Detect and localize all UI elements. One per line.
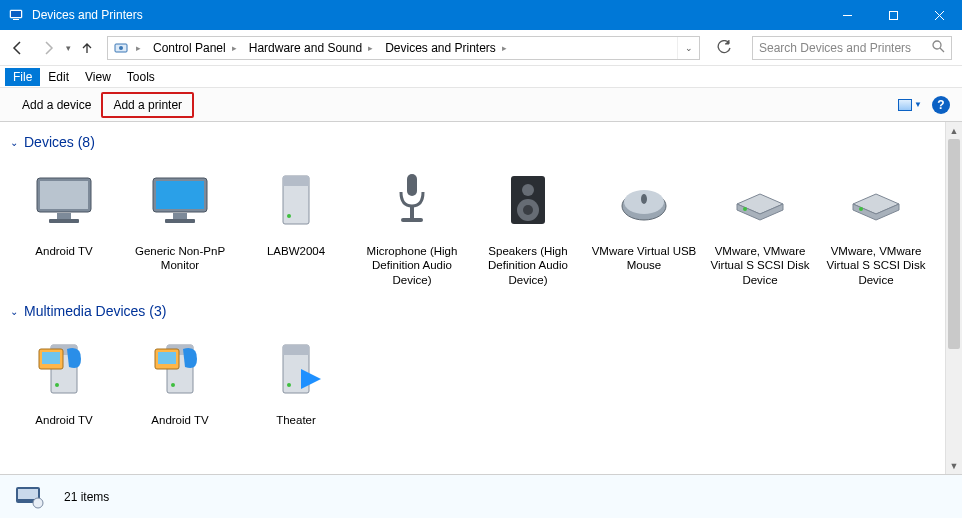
svg-point-32: [743, 207, 747, 211]
svg-rect-48: [18, 489, 38, 499]
svg-rect-12: [40, 181, 88, 209]
address-bar-icon: [112, 40, 130, 56]
minimize-button[interactable]: [824, 0, 870, 30]
svg-rect-24: [401, 218, 423, 222]
device-label: Android TV: [151, 413, 208, 427]
svg-point-49: [33, 498, 43, 508]
device-label: Microphone (High Definition Audio Device…: [356, 244, 468, 287]
window-title: Devices and Printers: [32, 8, 824, 22]
breadcrumb-sep-dropdown[interactable]: ▸: [130, 43, 147, 53]
svg-point-46: [287, 383, 291, 387]
svg-rect-45: [283, 345, 309, 355]
breadcrumb-control-panel[interactable]: Control Panel▸: [147, 41, 243, 55]
svg-point-41: [171, 383, 175, 387]
device-tile[interactable]: Microphone (High Definition Audio Device…: [354, 158, 470, 287]
svg-point-33: [859, 207, 863, 211]
group-title: Multimedia Devices (3): [24, 303, 166, 319]
items-view: ⌄ Devices (8) Android TVGeneric Non-PnP …: [0, 122, 945, 474]
menu-tools[interactable]: Tools: [119, 68, 163, 86]
svg-point-28: [523, 205, 533, 215]
view-icon: [898, 99, 912, 111]
breadcrumb-hardware-and-sound[interactable]: Hardware and Sound▸: [243, 41, 379, 55]
svg-rect-22: [407, 174, 417, 196]
svg-rect-38: [42, 352, 60, 364]
device-tile[interactable]: Theater: [238, 327, 354, 427]
svg-rect-4: [889, 11, 897, 19]
maximize-button[interactable]: [870, 0, 916, 30]
command-bar: Add a device Add a printer ▼ ?: [0, 88, 962, 122]
forward-button[interactable]: [36, 36, 60, 60]
speaker-icon: [489, 162, 567, 240]
drive-icon: [721, 162, 799, 240]
play-tower-icon: [257, 331, 335, 409]
svg-point-31: [641, 194, 647, 204]
drive-icon: [837, 162, 915, 240]
svg-rect-13: [57, 213, 71, 219]
vertical-scrollbar[interactable]: ▲ ▼: [945, 122, 962, 474]
svg-point-26: [522, 184, 534, 196]
svg-line-10: [940, 48, 944, 52]
svg-rect-20: [283, 176, 309, 186]
scrollbar-track[interactable]: [946, 139, 962, 457]
status-item-count: 21 items: [64, 490, 109, 504]
device-label: VMware, VMware Virtual S SCSI Disk Devic…: [704, 244, 816, 287]
monitor-blue-icon: [141, 162, 219, 240]
menu-file[interactable]: File: [5, 68, 40, 86]
close-button[interactable]: [916, 0, 962, 30]
search-box[interactable]: [752, 36, 952, 60]
titlebar-app-icon: [8, 7, 24, 23]
scroll-up-button[interactable]: ▲: [946, 122, 962, 139]
device-tile[interactable]: Speakers (High Definition Audio Device): [470, 158, 586, 287]
device-label: Android TV: [35, 244, 92, 258]
add-device-button[interactable]: Add a device: [12, 94, 101, 116]
device-tile[interactable]: VMware, VMware Virtual S SCSI Disk Devic…: [818, 158, 934, 287]
device-tile[interactable]: VMware Virtual USB Mouse: [586, 158, 702, 287]
svg-rect-23: [410, 206, 414, 218]
group-header-devices[interactable]: ⌄ Devices (8): [0, 128, 945, 154]
address-bar-dropdown[interactable]: ⌄: [677, 37, 699, 59]
breadcrumb-devices-and-printers[interactable]: Devices and Printers▸: [379, 41, 513, 55]
device-tile[interactable]: VMware, VMware Virtual S SCSI Disk Devic…: [702, 158, 818, 287]
scrollbar-thumb[interactable]: [948, 139, 960, 349]
view-options-dropdown[interactable]: ▼: [898, 99, 922, 111]
media-tower-icon: [141, 331, 219, 409]
device-tile[interactable]: Generic Non-PnP Monitor: [122, 158, 238, 287]
device-tile[interactable]: Android TV: [6, 158, 122, 287]
menu-view[interactable]: View: [77, 68, 119, 86]
recent-locations-dropdown[interactable]: ▾: [66, 43, 71, 53]
group-title: Devices (8): [24, 134, 95, 150]
device-tile[interactable]: Android TV: [6, 327, 122, 427]
device-tile[interactable]: Android TV: [122, 327, 238, 427]
device-tile[interactable]: LABW2004: [238, 158, 354, 287]
svg-point-36: [55, 383, 59, 387]
address-bar[interactable]: ▸ Control Panel▸ Hardware and Sound▸ Dev…: [107, 36, 700, 60]
svg-point-21: [287, 214, 291, 218]
status-bar: 21 items: [0, 474, 962, 518]
menu-edit[interactable]: Edit: [40, 68, 77, 86]
mouse-icon: [605, 162, 683, 240]
back-button[interactable]: [6, 36, 30, 60]
group-header-multimedia[interactable]: ⌄ Multimedia Devices (3): [0, 297, 945, 323]
titlebar: Devices and Printers: [0, 0, 962, 30]
help-button[interactable]: ?: [932, 96, 950, 114]
media-tower-icon: [25, 331, 103, 409]
svg-rect-17: [173, 213, 187, 219]
search-icon[interactable]: [932, 40, 945, 56]
device-label: Theater: [276, 413, 316, 427]
svg-rect-43: [158, 352, 176, 364]
device-label: Generic Non-PnP Monitor: [124, 244, 236, 273]
device-label: LABW2004: [267, 244, 325, 258]
svg-rect-2: [13, 19, 19, 20]
add-printer-button[interactable]: Add a printer: [101, 92, 194, 118]
up-button[interactable]: [77, 36, 97, 60]
scroll-down-button[interactable]: ▼: [946, 457, 962, 474]
svg-rect-14: [49, 219, 79, 223]
refresh-button[interactable]: [712, 36, 736, 60]
monitor-icon: [25, 162, 103, 240]
tower-icon: [257, 162, 335, 240]
device-label: Android TV: [35, 413, 92, 427]
svg-point-9: [933, 41, 941, 49]
search-input[interactable]: [759, 41, 919, 55]
chevron-down-icon: ▼: [914, 100, 922, 109]
svg-point-8: [119, 46, 123, 50]
